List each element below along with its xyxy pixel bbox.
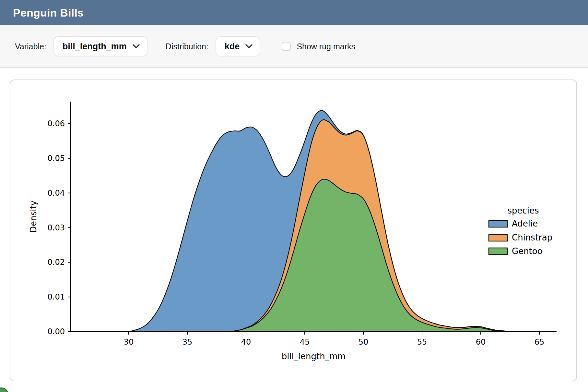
legend-swatch-adelie: [489, 220, 507, 227]
x-tick-label: 55: [417, 337, 427, 347]
chart-card: 30354045505560650.000.010.020.030.040.05…: [10, 80, 577, 381]
chevron-down-icon: [133, 44, 140, 49]
legend-title: species: [507, 206, 539, 215]
x-tick-label: 65: [535, 337, 545, 347]
x-tick-label: 50: [359, 337, 369, 347]
legend-swatch-gentoo: [489, 248, 507, 255]
y-tick-label: 0.04: [48, 189, 65, 198]
rug-checkbox[interactable]: [282, 42, 291, 51]
distribution-label: Distribution:: [166, 42, 208, 51]
y-tick-label: 0.03: [48, 223, 65, 232]
x-tick-label: 60: [476, 337, 486, 347]
page-title: Penguin Bills: [13, 6, 84, 19]
x-tick-label: 30: [124, 337, 134, 347]
legend-label-gentoo: Gentoo: [512, 246, 543, 256]
y-tick-label: 0.06: [48, 119, 65, 128]
distribution-select[interactable]: kde: [216, 36, 261, 56]
legend-label-adelie: Adelie: [512, 219, 538, 228]
x-tick-label: 45: [300, 337, 310, 347]
x-tick-label: 35: [182, 337, 193, 347]
rug-checkbox-label: Show rug marks: [297, 42, 355, 51]
variable-label: Variable:: [15, 42, 46, 51]
kde-chart: 30354045505560650.000.010.020.030.040.05…: [10, 80, 576, 381]
y-tick-label: 0.01: [48, 292, 65, 301]
y-tick-label: 0.02: [48, 258, 65, 267]
legend-swatch-chinstrap: [489, 234, 507, 241]
app-root: Penguin Bills Variable: bill_length_mm D…: [0, 0, 588, 392]
app-header: Penguin Bills: [0, 0, 588, 25]
x-tick-label: 40: [241, 337, 251, 347]
distribution-select-value: kde: [225, 42, 240, 52]
y-tick-label: 0.05: [48, 154, 65, 163]
corner-accent: [0, 387, 8, 392]
chevron-down-icon: [245, 44, 253, 49]
legend-label-chinstrap: Chinstrap: [512, 233, 552, 242]
x-axis-label: bill_length_mm: [282, 351, 346, 361]
y-axis-label: Density: [29, 201, 38, 233]
variable-select[interactable]: bill_length_mm: [53, 36, 147, 56]
y-tick-label: 0.00: [48, 327, 65, 336]
variable-select-value: bill_length_mm: [63, 42, 127, 52]
toolbar: Variable: bill_length_mm Distribution: k…: [0, 25, 588, 68]
